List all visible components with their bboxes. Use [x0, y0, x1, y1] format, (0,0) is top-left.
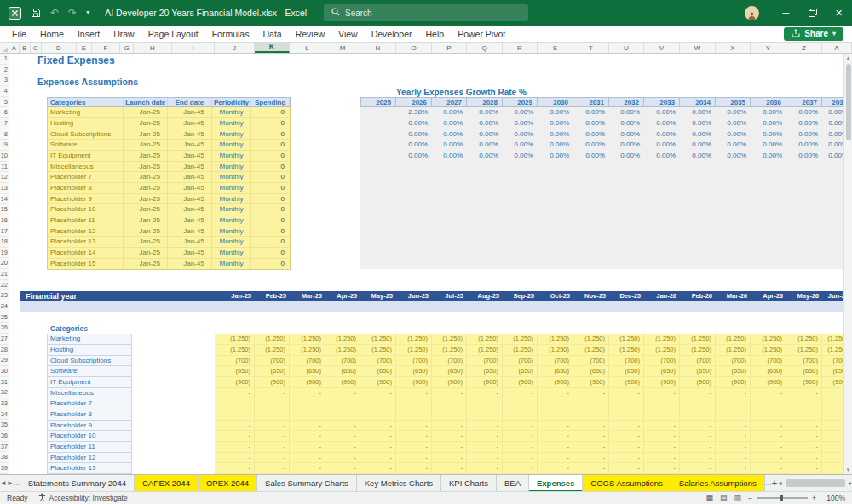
column-header[interactable]: C	[31, 43, 42, 53]
end-date-cell[interactable]: Jan-45	[168, 226, 212, 237]
user-avatar[interactable]	[745, 6, 759, 20]
expense-value-cell[interactable]: (700)	[716, 356, 751, 367]
growth-rate-cell[interactable]: 0.00%	[432, 151, 467, 162]
expense-value-cell[interactable]: (900)	[644, 377, 680, 388]
expense-value-cell[interactable]: -	[467, 421, 503, 432]
row-header[interactable]: 8	[0, 129, 9, 140]
scroll-left-icon[interactable]: ◄	[777, 480, 783, 486]
column-header[interactable]: K	[255, 43, 290, 53]
launch-date-cell[interactable]: Jan-25	[124, 118, 168, 129]
expense-category-cell[interactable]: Software	[47, 366, 132, 377]
growth-rate-cell[interactable]: 0.00%	[432, 129, 467, 140]
expense-value-cell[interactable]: -	[786, 388, 822, 399]
row-header[interactable]: 39	[0, 463, 9, 474]
expense-category-cell[interactable]: Marketing	[47, 334, 132, 345]
scroll-down-icon[interactable]: ▼	[846, 466, 851, 474]
launch-date-cell[interactable]: Jan-25	[124, 172, 168, 182]
expense-value-cell[interactable]: -	[432, 410, 467, 421]
row-header[interactable]: 19	[0, 248, 9, 259]
ribbon-tab[interactable]: Home	[33, 26, 71, 43]
growth-rate-cell[interactable]: 0.00%	[786, 151, 822, 162]
ribbon-tab[interactable]: Insert	[71, 26, 106, 43]
expense-value-cell[interactable]: -	[751, 421, 786, 432]
expense-value-cell[interactable]: -	[325, 453, 360, 464]
periodicity-cell[interactable]: Monthly	[212, 194, 252, 204]
expense-value-cell[interactable]: -	[538, 442, 573, 453]
expense-value-cell[interactable]: -	[290, 463, 325, 474]
expense-value-cell[interactable]: -	[467, 398, 503, 410]
column-header[interactable]: O	[396, 43, 432, 53]
row-header[interactable]: 3	[0, 75, 9, 86]
expense-value-cell[interactable]: -	[538, 398, 573, 410]
expense-value-cell[interactable]: (1,250)	[325, 334, 360, 345]
ribbon-tab[interactable]: Developer	[365, 26, 419, 43]
expense-value-cell[interactable]: (900)	[751, 377, 786, 388]
column-header[interactable]: Z	[786, 43, 822, 53]
expense-value-cell[interactable]: -	[751, 410, 786, 421]
expense-value-cell[interactable]: -	[716, 442, 751, 453]
end-date-cell[interactable]: Jan-45	[168, 107, 212, 117]
expense-category-cell[interactable]: Placeholder 12	[47, 453, 132, 464]
expense-value-cell[interactable]: -	[786, 453, 822, 464]
ribbon-tab[interactable]: Page Layout	[141, 26, 205, 43]
growth-year-header-cell[interactable]: 2035	[716, 97, 751, 108]
row-header[interactable]: 23	[0, 290, 9, 301]
month-header-cell[interactable]: Jun-25	[396, 291, 432, 302]
hidden-sheets-right-icon[interactable]: …	[765, 475, 772, 491]
expense-value-cell[interactable]: (650)	[255, 366, 290, 377]
zoom-out-icon[interactable]: −	[748, 494, 752, 502]
expense-value-cell[interactable]: (900)	[786, 377, 822, 388]
expense-value-cell[interactable]: -	[432, 453, 467, 464]
row-header[interactable]: 1	[0, 54, 9, 65]
growth-rate-cell[interactable]: 0.00%	[573, 140, 609, 151]
expense-category-cell[interactable]: Placeholder 10	[47, 431, 132, 442]
end-date-cell[interactable]: Jan-45	[168, 204, 212, 215]
row-header[interactable]: 12	[0, 172, 9, 183]
expense-value-cell[interactable]: (1,250)	[680, 345, 716, 356]
expense-value-cell[interactable]: -	[215, 388, 255, 399]
growth-rate-cell[interactable]: 0.00%	[503, 129, 538, 140]
growth-rate-cell[interactable]	[360, 140, 396, 151]
periodicity-cell[interactable]: Monthly	[212, 151, 252, 161]
growth-year-header-cell[interactable]: 2034	[680, 97, 716, 108]
expense-value-cell[interactable]: -	[432, 421, 467, 432]
expense-value-cell[interactable]: -	[786, 431, 822, 442]
expense-value-cell[interactable]: (1,250)	[573, 334, 609, 345]
spending-cell[interactable]: 0	[251, 151, 290, 161]
expense-value-cell[interactable]: -	[215, 463, 255, 474]
spending-cell[interactable]: 0	[251, 107, 290, 117]
expense-value-cell[interactable]: -	[290, 431, 325, 442]
expense-value-cell[interactable]: (1,250)	[644, 345, 680, 356]
month-header-cell[interactable]: Feb-26	[680, 291, 716, 302]
expense-value-cell[interactable]: (650)	[751, 366, 786, 377]
row-header[interactable]: 4	[0, 86, 9, 97]
column-header[interactable]: W	[680, 43, 716, 53]
expense-value-cell[interactable]: -	[467, 431, 503, 442]
growth-rate-cell[interactable]: 0.00%	[644, 107, 680, 118]
expense-value-cell[interactable]: (650)	[290, 366, 325, 377]
growth-rate-cell[interactable]: 0.00%	[644, 129, 680, 140]
expense-category-cell[interactable]: Placeholder 8	[47, 410, 132, 421]
row-header[interactable]: 27	[0, 334, 9, 345]
expense-value-cell[interactable]: (700)	[503, 356, 538, 367]
share-caret-icon[interactable]: ▾	[832, 30, 836, 37]
growth-rate-cell[interactable]: 0.00%	[680, 107, 716, 118]
select-all-button[interactable]	[0, 43, 9, 53]
expense-value-cell[interactable]: -	[751, 453, 786, 464]
expense-value-cell[interactable]: -	[573, 421, 609, 432]
expense-value-cell[interactable]: -	[573, 442, 609, 453]
expense-value-cell[interactable]: -	[644, 431, 680, 442]
row-header[interactable]: 15	[0, 204, 9, 215]
expense-value-cell[interactable]: -	[255, 410, 290, 421]
column-header[interactable]: A	[822, 43, 852, 53]
expense-value-cell[interactable]: (1,250)	[290, 334, 325, 345]
growth-rate-cell[interactable]: 0.00%	[716, 140, 751, 151]
assumptions-header-cell[interactable]: Periodicity	[212, 98, 252, 107]
save-icon[interactable]	[31, 8, 41, 18]
ribbon-tab[interactable]: Power Pivot	[451, 26, 512, 43]
launch-date-cell[interactable]: Jan-25	[124, 140, 168, 150]
expense-value-cell[interactable]: -	[644, 410, 680, 421]
expense-value-cell[interactable]: -	[503, 398, 538, 410]
horizontal-scroll-thumb[interactable]	[786, 479, 845, 487]
growth-rate-cell[interactable]: 0.00%	[503, 140, 538, 151]
